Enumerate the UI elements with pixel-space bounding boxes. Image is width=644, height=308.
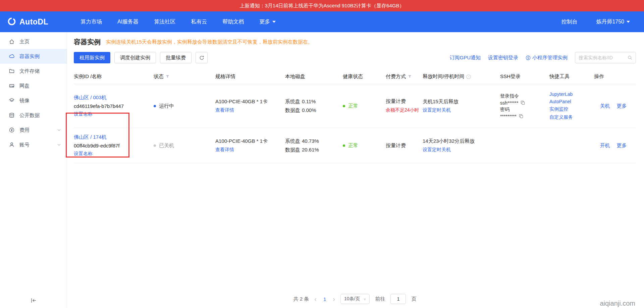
goto-page-input[interactable] xyxy=(390,294,406,304)
goto-label: 前往 xyxy=(375,296,385,302)
help-icon[interactable]: ? xyxy=(466,74,471,79)
view-detail-link[interactable]: 查看详情 xyxy=(215,147,282,153)
timer-shutdown-link[interactable]: 设置定时关机 xyxy=(423,147,497,153)
gpu-notify-link[interactable]: 订阅GPU通知 xyxy=(449,55,481,61)
sidebar: 主页 容器实例 文件存储 网盘 镜像 xyxy=(0,32,67,308)
chevron-down-icon xyxy=(57,129,61,131)
nav-item-docs[interactable]: 帮助文档 xyxy=(222,18,244,25)
timer-shutdown-link[interactable]: 设置定时关机 xyxy=(423,107,497,113)
sidebar-item-images[interactable]: 镜像 xyxy=(0,93,67,108)
top-navbar: AutoDL 算力市场 AI服务器 算法社区 私有云 帮助文档 更多 控制台 炼… xyxy=(0,11,644,32)
brand[interactable]: AutoDL xyxy=(0,17,67,27)
current-page[interactable]: 1 xyxy=(322,296,327,302)
header-spec: 规格详情 xyxy=(215,73,285,80)
cell-pay-type: 按量计费 xyxy=(386,128,423,163)
pay-type-text: 按量计费 xyxy=(386,142,419,149)
release-time-text: 14天23小时32分后释放 xyxy=(423,138,497,144)
ssh-key-login-link[interactable]: 设置密钥登录 xyxy=(488,55,518,61)
instance-region-link[interactable]: 佛山区 / 174机 xyxy=(74,134,150,140)
netdisk-icon xyxy=(9,83,15,89)
status-text: 已关机 xyxy=(159,142,174,149)
sidebar-item-netdisk[interactable]: 网盘 xyxy=(0,78,67,93)
sidebar-item-label: 文件存储 xyxy=(19,68,40,74)
nav-item-community[interactable]: 算法社区 xyxy=(154,18,175,25)
nav-item-market[interactable]: 算力市场 xyxy=(80,18,102,25)
more-actions-button[interactable]: 更多 xyxy=(617,142,627,149)
header-disk: 本地磁盘 xyxy=(285,73,343,80)
brand-name: AutoDL xyxy=(19,17,48,26)
refresh-button[interactable] xyxy=(196,52,208,63)
status-text: 运行中 xyxy=(159,103,174,109)
rent-instance-button[interactable]: 租用新实例 xyxy=(74,52,110,63)
image-icon xyxy=(9,98,15,104)
header-ssh: SSH登录 xyxy=(500,73,549,80)
instance-region-link[interactable]: 佛山区 / 003机 xyxy=(74,95,150,101)
filter-icon[interactable] xyxy=(166,75,169,78)
cell-status: 已关机 xyxy=(154,128,215,163)
cell-tools xyxy=(549,128,594,163)
nav-item-private-cloud[interactable]: 私有云 xyxy=(191,18,207,25)
status-dot xyxy=(154,105,156,107)
health-dot xyxy=(343,105,345,107)
health-text: 正常 xyxy=(348,142,358,149)
next-page-button[interactable]: › xyxy=(333,296,335,302)
set-name-link[interactable]: 设置名称 xyxy=(74,111,150,117)
chevron-down-icon xyxy=(272,21,276,23)
search-icon[interactable] xyxy=(628,55,632,60)
cell-spec: A100-PCIE-40GB * 1卡 查看详情 xyxy=(215,128,285,163)
ssh-login-label: 登录指令 xyxy=(500,93,546,99)
release-time-text: 关机15天后释放 xyxy=(423,99,497,105)
sidebar-item-account[interactable]: 账号 xyxy=(0,137,67,152)
disk-data-label: 数据盘 xyxy=(285,147,300,153)
power-on-button[interactable]: 开机 xyxy=(600,142,610,149)
nav-menu: 算力市场 AI服务器 算法社区 私有云 帮助文档 更多 xyxy=(80,18,276,25)
sidebar-item-billing[interactable]: 费用 xyxy=(0,123,67,137)
chevron-down-icon xyxy=(57,144,61,146)
cell-release-time: 14天23小时32分后释放 设置定时关机 xyxy=(423,128,500,163)
instance-monitor-link[interactable]: 实例监控 xyxy=(549,106,591,112)
copy-icon[interactable] xyxy=(521,101,525,105)
ssh-pwd-label: 密码 xyxy=(500,107,546,113)
miniprogram-label: 小程序管理实例 xyxy=(532,55,568,61)
fee-icon xyxy=(9,127,15,133)
cell-disk: 系统盘40.73% 数据盘20.61% xyxy=(285,128,343,163)
watermark: aiqianji.com xyxy=(600,300,635,307)
miniprogram-manage-link[interactable]: 小程序管理实例 xyxy=(526,55,568,61)
nav-item-ai-server[interactable]: AI服务器 xyxy=(117,18,139,25)
ssh-login-value: ssh****** xyxy=(500,100,518,106)
search-input[interactable] xyxy=(579,55,628,60)
copy-icon[interactable] xyxy=(519,114,523,118)
sidebar-item-file-storage[interactable]: 文件存储 xyxy=(0,64,67,78)
sidebar-item-home[interactable]: 主页 xyxy=(0,34,67,49)
cell-health: 正常 xyxy=(343,128,386,163)
cell-ssh: 登录指令 ssh****** 密码 ********* xyxy=(500,84,549,128)
shutdown-button[interactable]: 关机 xyxy=(600,103,610,109)
sidebar-item-instances[interactable]: 容器实例 xyxy=(0,49,67,64)
sidebar-item-label: 容器实例 xyxy=(19,53,40,60)
jupyterlab-link[interactable]: JupyterLab xyxy=(549,91,591,97)
cell-health: 正常 xyxy=(343,84,386,128)
autopanel-link[interactable]: AutoPanel xyxy=(549,99,591,104)
ssh-pwd-value: ********* xyxy=(500,114,517,119)
sidebar-item-public-data[interactable]: 公开数据 xyxy=(0,108,67,123)
console-link[interactable]: 控制台 xyxy=(561,18,577,25)
cell-actions: 关机 更多 xyxy=(594,84,636,128)
batch-renew-button[interactable]: 批量续费 xyxy=(160,52,192,63)
user-menu[interactable]: 炼丹师1750 xyxy=(596,18,630,25)
header-release-time: 释放时间/停机时间 ? xyxy=(423,73,500,80)
set-name-link[interactable]: 设置名称 xyxy=(74,151,150,157)
page-size-select[interactable]: 10条/页 ∨ xyxy=(340,294,370,304)
sidebar-item-label: 费用 xyxy=(19,127,30,133)
custom-service-link[interactable]: 自定义服务 xyxy=(549,114,591,120)
prev-page-button[interactable]: ‹ xyxy=(314,296,317,302)
more-actions-button[interactable]: 更多 xyxy=(617,103,627,109)
nav-item-more[interactable]: 更多 xyxy=(259,18,276,25)
release-warning-text: 实例连续关机15天会释放实例，实例释放会导致数据清空且不可恢复，释放前实例在数据… xyxy=(106,39,313,45)
filter-icon[interactable] xyxy=(408,75,412,78)
view-detail-link[interactable]: 查看详情 xyxy=(215,107,282,113)
autodl-logo-icon xyxy=(7,17,17,27)
sidebar-item-label: 网盘 xyxy=(19,83,30,89)
sidebar-item-label: 主页 xyxy=(19,39,30,45)
schedule-create-button[interactable]: 调度创建实例 xyxy=(114,52,156,63)
sidebar-collapse-button[interactable] xyxy=(0,298,67,303)
